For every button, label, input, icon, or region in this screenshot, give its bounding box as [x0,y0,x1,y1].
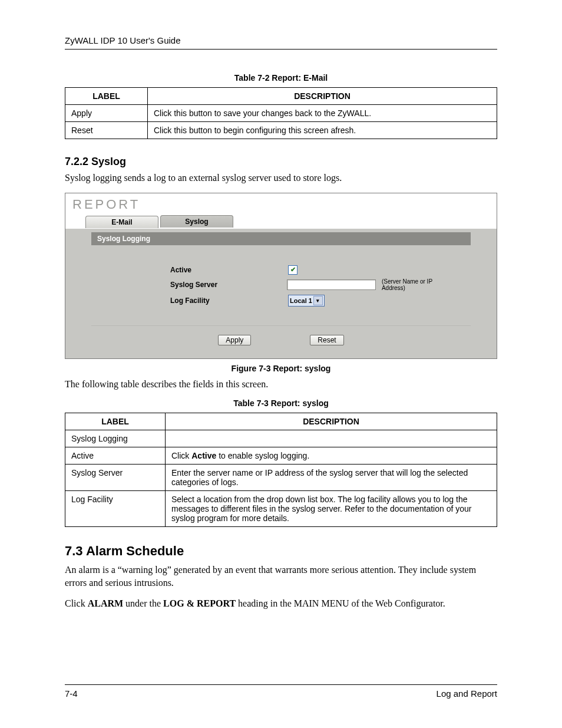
panel-body: Active ✔ Syslog Server (Server Name or I… [91,245,471,325]
cell-desc: Click Active to enable syslog logging. [166,447,497,465]
log-facility-value: Local 1 [290,297,312,304]
paragraph: Syslog logging sends a log to an externa… [65,172,497,185]
table-row: Reset Click this button to begin configu… [65,122,497,139]
chevron-down-icon: ▾ [313,296,323,305]
panel: Syslog Logging Active ✔ Syslog Server (S… [77,229,485,348]
table-row: Log Facility Select a location from the … [65,491,497,527]
paragraph: An alarm is a “warning log” generated by… [65,564,497,589]
cell-label: Apply [65,105,148,122]
table-7-3-caption: Table 7-3 Report: syslog [65,398,497,408]
label-active: Active [105,266,288,274]
table-row: Syslog Server Enter the server name or I… [65,465,497,491]
tabs-row: E-Mail Syslog [65,215,497,229]
tab-email[interactable]: E-Mail [85,216,158,228]
table-7-3-head-desc: DESCRIPTION [166,413,497,430]
tab-syslog[interactable]: Syslog [160,215,233,228]
apply-button[interactable]: Apply [218,335,251,345]
figure-7-3-caption: Figure 7-3 Report: syslog [65,364,497,373]
panel-title: Syslog Logging [91,232,471,245]
heading-7-3: 7.3 Alarm Schedule [65,543,497,559]
reset-button[interactable]: Reset [310,335,343,345]
cell-label: Syslog Server [65,465,166,491]
label-syslog-server: Syslog Server [105,281,287,289]
paragraph: Click ALARM under the LOG & REPORT headi… [65,597,497,610]
row-log-facility: Log Facility Local 1 ▾ [105,295,457,307]
row-syslog-server: Syslog Server (Server Name or IP Address… [105,278,457,291]
cell-desc [166,430,497,447]
table-7-3-head-label: LABEL [65,413,166,430]
row-active: Active ✔ [105,265,457,275]
table-7-3: LABEL DESCRIPTION Syslog Logging Active … [65,413,497,527]
table-7-2-head-label: LABEL [65,88,148,105]
paragraph: The following table describes the fields… [65,378,497,391]
syslog-server-input[interactable] [287,279,376,290]
table-7-2: LABEL DESCRIPTION Apply Click this butto… [65,87,497,139]
table-7-2-caption: Table 7-2 Report: E-Mail [65,73,497,83]
cell-label: Reset [65,122,148,139]
syslog-server-hint: (Server Name or IP Address) [382,278,457,291]
table-row: Active Click Active to enable syslog log… [65,447,497,465]
log-facility-select[interactable]: Local 1 ▾ [288,295,325,307]
running-head: ZyWALL IDP 10 User's Guide [65,35,497,50]
page: ZyWALL IDP 10 User's Guide Table 7-2 Rep… [0,0,562,728]
cell-desc: Select a location from the drop down lis… [166,491,497,527]
cell-desc: Click this button to begin configuring t… [148,122,497,139]
cell-label: Log Facility [65,491,166,527]
figure-7-3-screenshot: REPORT E-Mail Syslog Syslog Logging Acti… [65,193,497,359]
table-row: Syslog Logging [65,430,497,447]
footer-section: Log and Report [437,689,497,699]
label-log-facility: Log Facility [105,297,288,305]
cell-desc: Enter the server name or IP address of t… [166,465,497,491]
table-7-2-head-desc: DESCRIPTION [148,88,497,105]
heading-7-2-2: 7.2.2 Syslog [65,156,497,168]
active-checkbox[interactable]: ✔ [288,265,297,275]
cell-label: Active [65,447,166,465]
screenshot-title: REPORT [65,193,497,215]
button-row: Apply Reset [77,326,485,348]
table-row: Apply Click this button to save your cha… [65,105,497,122]
cell-desc: Click this button to save your changes b… [148,105,497,122]
page-number: 7-4 [65,689,78,699]
cell-label: Syslog Logging [65,430,166,447]
page-footer: 7-4 Log and Report [65,684,497,699]
